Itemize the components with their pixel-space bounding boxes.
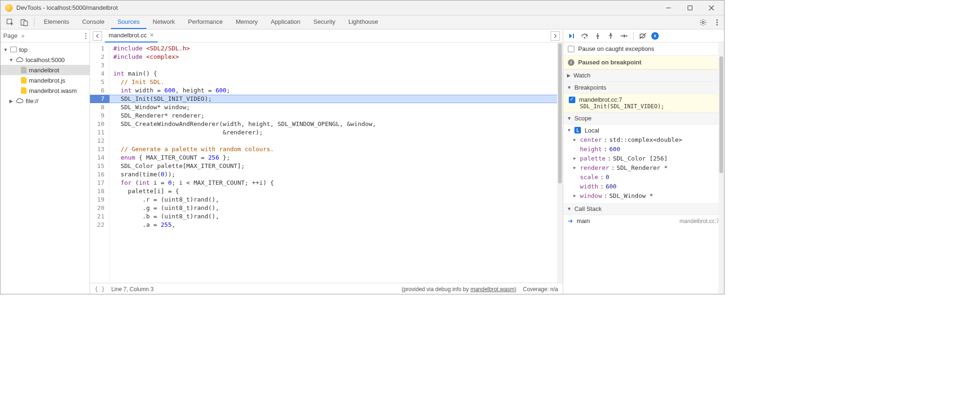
navigator-more-icon[interactable]	[85, 33, 87, 39]
window-close-button[interactable]	[701, 0, 722, 15]
pretty-print-icon[interactable]: { }	[95, 286, 105, 293]
panel-tab-console[interactable]: Console	[76, 15, 111, 29]
panel-tab-network[interactable]: Network	[146, 15, 182, 29]
code-line[interactable]: // Generate a palette with random colour…	[110, 145, 563, 154]
line-number[interactable]: 8	[90, 103, 109, 112]
chevron-right-icon[interactable]: »	[21, 32, 24, 39]
code-line[interactable]: .b = (uint8_t)rand(),	[110, 212, 563, 221]
code-line[interactable]	[110, 61, 563, 70]
panel-tab-security[interactable]: Security	[307, 15, 342, 29]
panel-tab-performance[interactable]: Performance	[181, 15, 229, 29]
checkbox-unchecked[interactable]	[568, 46, 574, 52]
source-code[interactable]: #include <SDL2/SDL.h>#include <complex>i…	[110, 42, 563, 283]
step-over-button[interactable]	[580, 32, 589, 40]
line-number[interactable]: 12	[90, 137, 109, 145]
code-line[interactable]: enum { MAX_ITER_COUNT = 256 };	[110, 154, 563, 162]
code-line[interactable]: .g = (uint8_t)rand(),	[110, 204, 563, 212]
code-line[interactable]: #include <SDL2/SDL.h>	[110, 44, 563, 53]
tree-file-mandelbrot-wasm[interactable]: mandelbrot.wasm	[0, 85, 90, 96]
line-number[interactable]: 1	[90, 44, 109, 53]
code-line[interactable]: for (int i = 0; i < MAX_ITER_COUNT; ++i)…	[110, 179, 563, 187]
code-line[interactable]: SDL_CreateWindowAndRenderer(width, heigh…	[110, 120, 563, 128]
code-line[interactable]: int main() {	[110, 70, 563, 78]
panel-tab-application[interactable]: Application	[264, 15, 307, 29]
panel-tab-memory[interactable]: Memory	[229, 15, 264, 29]
pause-on-caught-row[interactable]: Pause on caught exceptions	[563, 42, 724, 56]
code-line[interactable]: palette[i] = {	[110, 187, 563, 196]
more-menu-button[interactable]	[710, 15, 724, 29]
scope-variable[interactable]: ▶palette: SDL_Color [256]	[568, 154, 724, 163]
panel-tab-sources[interactable]: Sources	[111, 15, 146, 29]
code-line[interactable]: &renderer);	[110, 128, 563, 137]
deactivate-breakpoints-button[interactable]	[638, 32, 648, 40]
editor-scrollbar[interactable]	[557, 42, 563, 283]
line-number[interactable]: 21	[90, 212, 109, 221]
scrollbar-thumb[interactable]	[719, 56, 723, 173]
step-button[interactable]	[619, 32, 628, 40]
line-number[interactable]: 13	[90, 145, 109, 154]
code-line[interactable]: // Init SDL.	[110, 78, 563, 86]
scope-variable[interactable]: scale: 0	[568, 172, 724, 182]
code-line[interactable]: SDL_Window* window;	[110, 103, 563, 112]
close-tab-icon[interactable]: ✕	[150, 32, 154, 38]
tree-file-mandelbrot[interactable]: mandelbrot	[0, 65, 90, 75]
watch-section-header[interactable]: ▶ Watch	[563, 70, 724, 82]
line-number[interactable]: 20	[90, 204, 109, 212]
editor-tab-mandelbrot[interactable]: mandelbrot.cc ✕	[105, 29, 158, 42]
code-line[interactable]: SDL_Renderer* renderer;	[110, 112, 563, 120]
navigator-tab-page[interactable]: Page	[3, 32, 17, 39]
code-line[interactable]: int width = 600, height = 600;	[110, 86, 563, 95]
line-gutter[interactable]: 12345678910111213141516171819202122	[90, 42, 110, 283]
panel-tab-elements[interactable]: Elements	[37, 15, 76, 29]
line-number[interactable]: 10	[90, 120, 109, 128]
window-maximize-button[interactable]	[679, 0, 701, 15]
code-line[interactable]: .a = 255,	[110, 221, 563, 229]
scrollbar-thumb[interactable]	[558, 43, 562, 183]
scope-local-header[interactable]: ▼ L Local	[568, 126, 724, 135]
line-number[interactable]: 5	[90, 78, 109, 86]
step-out-button[interactable]	[606, 32, 615, 40]
line-number[interactable]: 14	[90, 154, 109, 162]
tree-top-frame[interactable]: ▼ top	[0, 44, 90, 55]
line-number[interactable]: 17	[90, 179, 109, 187]
callstack-frame[interactable]: ➔ main mandelbrot.cc:7	[563, 215, 724, 227]
code-line[interactable]: SDL_Color palette[MAX_ITER_COUNT];	[110, 162, 563, 170]
line-number[interactable]: 9	[90, 112, 109, 120]
settings-button[interactable]	[696, 15, 710, 29]
step-into-button[interactable]	[593, 32, 602, 40]
nav-forward-button[interactable]	[551, 31, 560, 41]
scope-variable[interactable]: width: 600	[568, 182, 724, 191]
tree-origin[interactable]: ▼ localhost:5000	[0, 55, 90, 65]
scope-variable[interactable]: ▶center: std::complex<double>	[568, 135, 724, 144]
line-number[interactable]: 15	[90, 162, 109, 170]
debug-scrollbar[interactable]	[718, 42, 724, 294]
code-line[interactable]: #include <complex>	[110, 53, 563, 61]
line-number[interactable]: 18	[90, 187, 109, 196]
breakpoint-item[interactable]: mandelbrot.cc:7 SDL_Init(SDL_INIT_VIDEO)…	[563, 94, 724, 112]
tree-file-origin[interactable]: ▶ file://	[0, 96, 90, 106]
line-number[interactable]: 7	[90, 95, 109, 103]
device-toggle-icon[interactable]	[17, 15, 31, 29]
scope-variable[interactable]: ▶renderer: SDL_Renderer *	[568, 163, 724, 172]
scope-section-header[interactable]: ▼ Scope	[563, 112, 724, 125]
line-number[interactable]: 3	[90, 61, 109, 70]
line-number[interactable]: 16	[90, 170, 109, 179]
checkbox-checked[interactable]	[569, 97, 575, 103]
nav-back-button[interactable]	[93, 31, 102, 41]
inspect-element-icon[interactable]	[3, 15, 17, 29]
line-number[interactable]: 11	[90, 128, 109, 137]
line-number[interactable]: 6	[90, 86, 109, 95]
panel-tab-lighthouse[interactable]: Lighthouse	[342, 15, 385, 29]
pause-on-exceptions-button[interactable]: II	[651, 32, 659, 40]
code-line[interactable]	[110, 137, 563, 145]
window-minimize-button[interactable]	[658, 0, 679, 15]
editor-body[interactable]: 12345678910111213141516171819202122 #inc…	[90, 42, 563, 283]
line-number[interactable]: 22	[90, 221, 109, 229]
code-line[interactable]: srand(time(0));	[110, 170, 563, 179]
line-number[interactable]: 4	[90, 70, 109, 78]
code-line[interactable]: .r = (uint8_t)rand(),	[110, 196, 563, 204]
scope-variable[interactable]: ▶window: SDL_Window *	[568, 191, 724, 200]
tree-file-mandelbrot-js[interactable]: mandelbrot.js	[0, 75, 90, 85]
breakpoints-section-header[interactable]: ▼ Breakpoints	[563, 82, 724, 94]
resume-button[interactable]	[567, 32, 576, 40]
